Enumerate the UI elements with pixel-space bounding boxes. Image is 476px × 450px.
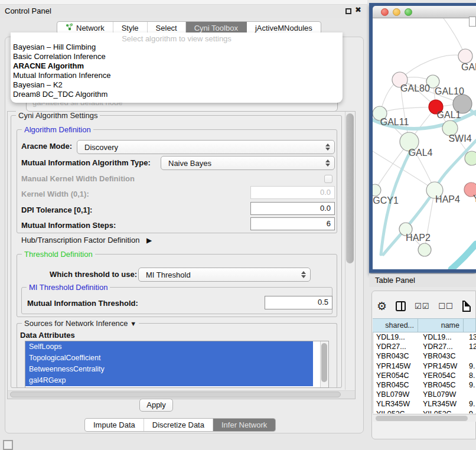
minimize-window-icon[interactable] bbox=[393, 8, 400, 16]
dropdown-item-mutual-information-inference[interactable]: Mutual Information Inference bbox=[11, 71, 343, 80]
close-icon[interactable]: ✖ bbox=[355, 5, 361, 14]
column-header-name[interactable]: name bbox=[418, 319, 464, 332]
table-cell[interactable]: YBR043C bbox=[373, 351, 420, 361]
select-all-icon[interactable]: ☑☑ bbox=[415, 302, 429, 310]
aracne-mode-combo[interactable]: Discovery bbox=[77, 140, 335, 154]
mi-type-combo[interactable]: Naive Bayes bbox=[161, 156, 335, 170]
list-scrollbar-track[interactable] bbox=[320, 341, 328, 387]
table-cell[interactable]: 9. bbox=[466, 399, 476, 409]
table-cell[interactable]: YBL079W bbox=[373, 390, 420, 399]
mi-steps-field[interactable]: 6 bbox=[250, 217, 335, 230]
attribute-item-topologicalcoefficient[interactable]: TopologicalCoefficient bbox=[25, 353, 313, 364]
table-cell[interactable] bbox=[466, 351, 476, 361]
close-window-icon[interactable] bbox=[381, 8, 389, 16]
network-node[interactable] bbox=[465, 151, 476, 165]
data-attributes-list[interactable]: SelfLoopsTopologicalCoefficientBetweenne… bbox=[25, 341, 329, 388]
table-cell[interactable]: YBR043C bbox=[420, 351, 466, 361]
expand-down-icon[interactable]: ▼ bbox=[130, 320, 136, 327]
dpi-tolerance-field[interactable]: 0.0 bbox=[250, 202, 335, 215]
gear-icon[interactable]: ⚙ bbox=[377, 301, 387, 312]
table-row[interactable]: YBR045CYBR045C9. bbox=[373, 380, 476, 390]
table-cell[interactable]: YBL079W bbox=[420, 390, 466, 399]
table-cell[interactable]: YPR145W bbox=[420, 361, 466, 371]
tab-network[interactable]: Network bbox=[57, 22, 113, 34]
attribute-item-gal4rgexp[interactable]: gal4RGexp bbox=[25, 375, 313, 386]
table-cell[interactable] bbox=[466, 390, 476, 399]
import-table-icon[interactable] bbox=[462, 301, 471, 312]
collapsed-panel-button[interactable] bbox=[3, 440, 13, 450]
dropdown-item-bayesian-k2[interactable]: Bayesian – K2 bbox=[11, 80, 343, 90]
table-row[interactable]: YIL052CYIL052C9. bbox=[373, 409, 476, 414]
table-cell[interactable]: YIL052C bbox=[420, 409, 466, 414]
dropdown-item-basic-correlation-inference[interactable]: Basic Correlation Inference bbox=[11, 52, 343, 61]
column-header-partial[interactable] bbox=[464, 319, 476, 332]
deselect-all-icon[interactable]: ☐☐ bbox=[438, 302, 453, 310]
apply-button[interactable]: Apply bbox=[139, 399, 173, 412]
table-cell[interactable]: YDL19... bbox=[420, 332, 466, 342]
tab-select[interactable]: Select bbox=[148, 22, 186, 34]
table-cell[interactable]: 9. bbox=[466, 380, 476, 390]
tab-jactivemnodules[interactable]: jActiveMNodules bbox=[247, 22, 321, 34]
table-cell[interactable]: 9. bbox=[466, 361, 476, 371]
float-window-icon[interactable] bbox=[345, 8, 351, 14]
kernel-width-field[interactable]: 0.0 bbox=[250, 186, 335, 199]
hub-definition-expander[interactable]: Hub/Transcription Factor Definition ▶ bbox=[21, 236, 152, 244]
table-cell[interactable]: 8. bbox=[466, 371, 476, 380]
which-threshold-combo[interactable]: MI Threshold bbox=[138, 268, 311, 282]
table-hscrollbar-track[interactable] bbox=[373, 414, 476, 422]
mi-threshold-field[interactable]: 0.5 bbox=[265, 296, 332, 309]
tab-label: Select bbox=[156, 24, 177, 32]
table-cell[interactable]: YDR27... bbox=[420, 342, 466, 351]
tab-impute-data[interactable]: Impute Data bbox=[85, 419, 144, 431]
table-row[interactable]: YDR27...YDR27...12 bbox=[373, 342, 476, 351]
table-row[interactable]: YPR145WYPR145W9. bbox=[373, 361, 476, 371]
mi-type-label: Mutual Information Algorithm Type: bbox=[21, 158, 151, 167]
table-row[interactable]: YBR043CYBR043C bbox=[373, 351, 476, 361]
tab-discretize-data[interactable]: Discretize Data bbox=[144, 419, 213, 431]
tab-style[interactable]: Style bbox=[113, 22, 148, 34]
table-row[interactable]: YDL19...YDL19...13 bbox=[373, 332, 476, 342]
split-columns-icon[interactable] bbox=[396, 301, 406, 311]
network-edge[interactable] bbox=[451, 244, 476, 269]
table-header: shared... name bbox=[373, 318, 476, 332]
table-cell[interactable]: 12 bbox=[466, 342, 476, 351]
tab-infer-network[interactable]: Infer Network bbox=[213, 419, 275, 431]
table-cell[interactable]: YLR345W bbox=[420, 399, 466, 409]
table-cell[interactable]: YBR045C bbox=[420, 380, 466, 390]
node-label-hap2: HAP2 bbox=[406, 233, 431, 243]
network-node[interactable] bbox=[458, 49, 472, 63]
zoom-window-icon[interactable] bbox=[405, 8, 412, 16]
network-edge[interactable] bbox=[380, 107, 436, 113]
table-toolbar: ⚙ ☑☑ ☐☐ bbox=[377, 297, 475, 315]
attribute-item-betweennesscentrality[interactable]: BetweennessCentrality bbox=[25, 364, 313, 375]
table-row[interactable]: YBL079WYBL079W bbox=[373, 390, 476, 399]
vertical-scrollbar-thumb[interactable] bbox=[346, 113, 354, 263]
network-canvas[interactable]: GALGAL80GAL10GAL1GAL11SWI4GAL4GCY1HAP4YH… bbox=[373, 18, 476, 269]
table-cell[interactable]: YDL19... bbox=[373, 332, 420, 342]
tab-cyni-toolbox[interactable]: Cyni Toolbox bbox=[186, 22, 247, 34]
manual-kernel-checkbox[interactable] bbox=[324, 175, 332, 183]
list-scrollbar-thumb[interactable] bbox=[321, 343, 327, 382]
column-header-shared-name[interactable]: shared... bbox=[373, 319, 418, 332]
table-cell[interactable]: YBR045C bbox=[373, 380, 420, 390]
dropdown-item-bayesian-hill-climbing[interactable]: Bayesian – Hill Climbing bbox=[11, 43, 343, 52]
table-hscrollbar-thumb[interactable] bbox=[376, 416, 468, 421]
table-cell[interactable]: YPR145W bbox=[373, 361, 420, 371]
table-cell[interactable]: YLR345W bbox=[373, 399, 420, 409]
network-node[interactable] bbox=[373, 184, 381, 196]
dropdown-item-dream8-dc-tdc-algorithm[interactable]: Dream8 DC_TDC Algorithm bbox=[11, 90, 343, 99]
table-row[interactable]: YLR345WYLR345W9. bbox=[373, 399, 476, 409]
table-cell[interactable]: YER054C bbox=[420, 371, 466, 380]
table-cell[interactable]: YIL052C bbox=[373, 409, 420, 414]
table-cell[interactable]: 9. bbox=[466, 409, 476, 414]
table-cell[interactable]: 13 bbox=[466, 332, 476, 342]
table-cell[interactable]: YER054C bbox=[373, 371, 420, 380]
table-row[interactable]: YER054CYER054C8. bbox=[373, 371, 476, 380]
table-cell[interactable]: YDR27... bbox=[373, 342, 420, 351]
table-panel-titlebar: Table Panel bbox=[369, 274, 476, 287]
horizontal-scrollbar-thumb[interactable] bbox=[10, 392, 341, 397]
attribute-item-selfloops[interactable]: SelfLoops bbox=[25, 341, 313, 353]
network-node[interactable] bbox=[418, 243, 431, 256]
expand-right-icon[interactable]: ▶ bbox=[146, 236, 152, 244]
dropdown-item-aracne-algorithm[interactable]: ARACNE Algorithm bbox=[11, 61, 343, 71]
